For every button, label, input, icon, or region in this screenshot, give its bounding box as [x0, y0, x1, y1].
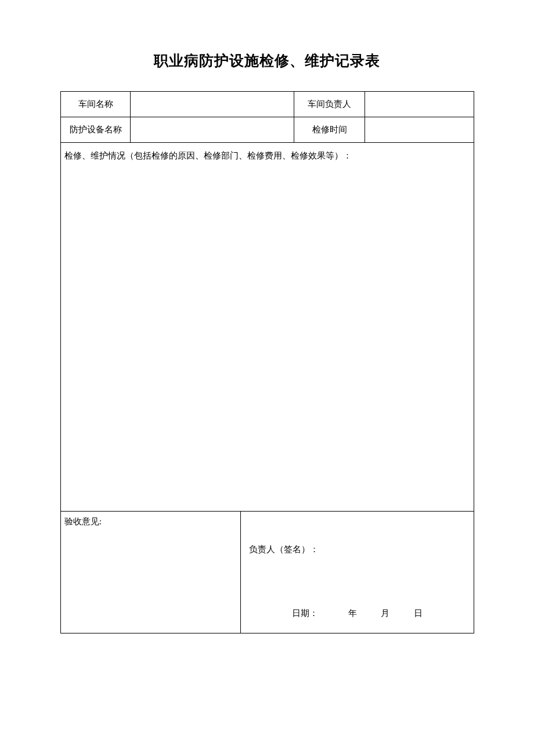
signature-cell[interactable]: 负责人（签名）： 日期： 年 月 日	[241, 512, 474, 633]
label-equipment-name: 防护设备名称	[61, 117, 131, 143]
label-workshop-manager: 车间负责人	[294, 92, 365, 117]
maintenance-details-label: 检修、维护情况（包括检修的原因、检修部门、检修费用、检修效果等）：	[64, 151, 352, 160]
label-workshop-name: 车间名称	[61, 92, 131, 117]
value-workshop-name[interactable]	[131, 92, 294, 117]
signature-label: 负责人（签名）：	[249, 544, 319, 555]
maintenance-details-cell[interactable]: 检修、维护情况（包括检修的原因、检修部门、检修费用、检修效果等）：	[61, 143, 474, 512]
value-repair-time[interactable]	[365, 117, 474, 143]
year-unit: 年	[348, 608, 357, 619]
day-unit: 日	[414, 608, 423, 619]
acceptance-label: 验收意见:	[64, 517, 102, 526]
record-table: 车间名称 车间负责人 防护设备名称 检修时间 检修、维护情况（包括检修的原因、检…	[60, 91, 474, 633]
label-repair-time: 检修时间	[294, 117, 365, 143]
value-workshop-manager[interactable]	[365, 92, 474, 117]
page-title: 职业病防护设施检修、维护记录表	[60, 51, 474, 70]
value-equipment-name[interactable]	[131, 117, 294, 143]
acceptance-cell[interactable]: 验收意见:	[61, 512, 241, 633]
date-line: 日期： 年 月 日	[241, 608, 474, 619]
date-label: 日期：	[292, 608, 318, 619]
month-unit: 月	[381, 608, 389, 619]
